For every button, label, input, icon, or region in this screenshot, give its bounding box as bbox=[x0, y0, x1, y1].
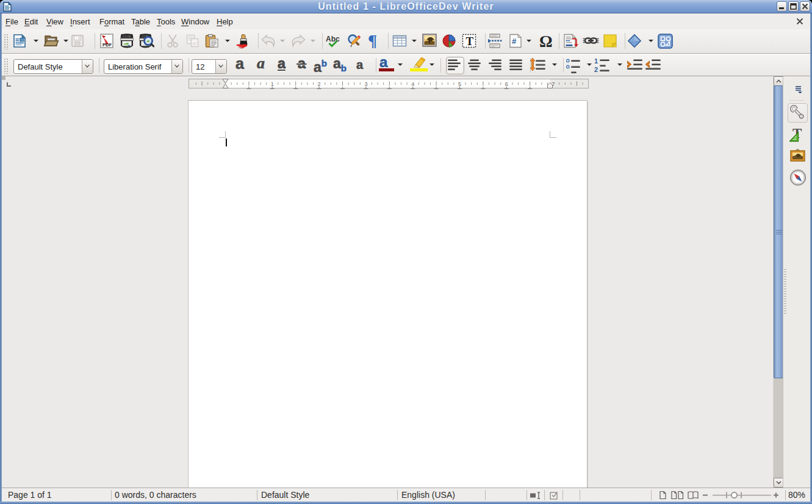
svg-text:#: # bbox=[512, 37, 517, 46]
svg-text:1: 1 bbox=[271, 81, 274, 87]
svg-text:PDF: PDF bbox=[102, 42, 112, 48]
svg-text:2: 2 bbox=[318, 81, 321, 87]
svg-text:4: 4 bbox=[411, 81, 414, 87]
svg-text:2: 2 bbox=[594, 66, 598, 73]
svg-text:6: 6 bbox=[505, 81, 508, 87]
svg-text:3: 3 bbox=[364, 81, 367, 87]
svg-text:Ω: Ω bbox=[539, 34, 553, 49]
svg-text:5: 5 bbox=[458, 81, 461, 87]
svg-text:1: 1 bbox=[594, 57, 598, 65]
svg-text:¶: ¶ bbox=[368, 34, 377, 48]
svg-text:T: T bbox=[466, 35, 474, 48]
svg-text:Abc: Abc bbox=[326, 35, 340, 43]
